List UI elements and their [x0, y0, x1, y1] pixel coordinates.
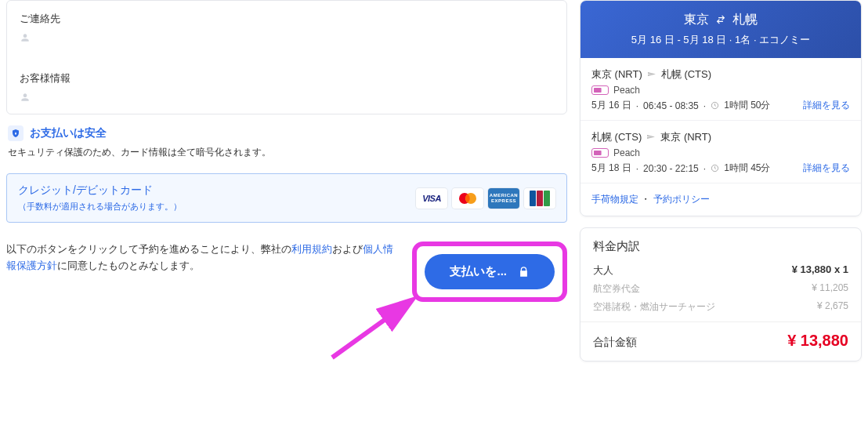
- contact-heading: ご連絡先: [20, 12, 554, 26]
- price-breakdown-card: 料金内訳 大人 ¥ 13,880 x 1 航空券代金 ¥ 11,205 空港諸税…: [580, 227, 862, 361]
- payment-method-label: クレジット/デビットカード: [18, 183, 182, 198]
- customer-heading: お客様情報: [20, 71, 554, 85]
- jcb-logo: [524, 188, 555, 209]
- segment-time: 5月 16 日 · 06:45 - 08:35 · 1時間 50分: [591, 99, 770, 112]
- itinerary-meta: 5月 16 日 - 5月 18 日 · 1名 · エコノミー: [587, 33, 855, 47]
- booking-policy-link[interactable]: 予約ポリシー: [653, 194, 710, 205]
- total-row: 合計金額 ¥ 13,880: [593, 332, 848, 350]
- origin-city: 東京: [684, 13, 709, 26]
- terms-link[interactable]: 利用規約: [291, 243, 332, 255]
- roundtrip-icon: [715, 14, 726, 25]
- pay-button-label: 支払いを...: [450, 264, 507, 279]
- baggage-policy-link[interactable]: 手荷物規定: [591, 194, 638, 205]
- price-row: 航空券代金 ¥ 11,205: [593, 282, 848, 296]
- plane-icon: [647, 70, 656, 79]
- itinerary-header: 東京 札幌 5月 16 日 - 5月 18 日 · 1名 · エコノミー: [580, 1, 861, 58]
- price-row: 空港諸税・燃油サーチャージ ¥ 2,675: [593, 300, 848, 314]
- secure-subtitle: セキュリティ保護のため、カード情報は全て暗号化されます。: [8, 146, 566, 159]
- airline-name: Peach: [613, 147, 640, 158]
- plane-icon: [646, 133, 656, 142]
- airline-name: Peach: [613, 85, 640, 96]
- secure-title: お支払いは安全: [30, 126, 107, 140]
- destination-city: 札幌: [732, 13, 758, 26]
- total-value: ¥ 13,880: [787, 332, 848, 350]
- flight-segment: 札幌 (CTS) 東京 (NRT) Peach 5月 18 日 · 20:30 …: [580, 121, 861, 183]
- amex-logo: AMERICANEXPRESS: [488, 188, 519, 209]
- airline-logo: [591, 85, 609, 95]
- payment-method-note: （手数料が適用される場合があります。）: [18, 201, 182, 212]
- terms-text: 以下のボタンをクリックして予約を進めることにより、弊社の利用規約および個人情報保…: [6, 242, 396, 274]
- total-label: 合計金額: [593, 336, 637, 350]
- itinerary-card: 東京 札幌 5月 16 日 - 5月 18 日 · 1名 · エコノミー 東京 …: [580, 0, 862, 216]
- annotation-arrow: [324, 295, 426, 365]
- pay-button[interactable]: 支払いを...: [425, 254, 555, 289]
- segment-time: 5月 18 日 · 20:30 - 22:15 · 1時間 45分: [591, 162, 770, 175]
- policy-links: 手荷物規定 ・ 予約ポリシー: [580, 183, 861, 216]
- pay-button-highlight: 支払いを...: [412, 242, 567, 302]
- price-title: 料金内訳: [593, 239, 848, 254]
- segment-detail-link[interactable]: 詳細を見る: [803, 162, 850, 175]
- airline-logo: [591, 148, 609, 158]
- lock-icon: [518, 266, 530, 278]
- secure-row: お支払いは安全: [8, 125, 566, 141]
- segment-detail-link[interactable]: 詳細を見る: [803, 99, 850, 112]
- person-icon: [20, 92, 31, 103]
- price-row: 大人 ¥ 13,880 x 1: [593, 263, 848, 278]
- payment-method-card[interactable]: クレジット/デビットカード （手数料が適用される場合があります。） VISA A…: [6, 173, 567, 223]
- mastercard-logo: [452, 188, 483, 209]
- clock-icon: [711, 101, 719, 110]
- flight-segment: 東京 (NRT) 札幌 (CTS) Peach 5月 16 日 · 06:45 …: [580, 58, 861, 121]
- card-brand-logos: VISA AMERICANEXPRESS: [416, 188, 555, 209]
- contact-card: ご連絡先 お客様情報: [6, 0, 567, 114]
- shield-lock-icon: [8, 125, 24, 141]
- visa-logo: VISA: [416, 188, 447, 209]
- clock-icon: [711, 164, 719, 173]
- svg-line-2: [332, 301, 410, 358]
- person-icon: [20, 32, 31, 43]
